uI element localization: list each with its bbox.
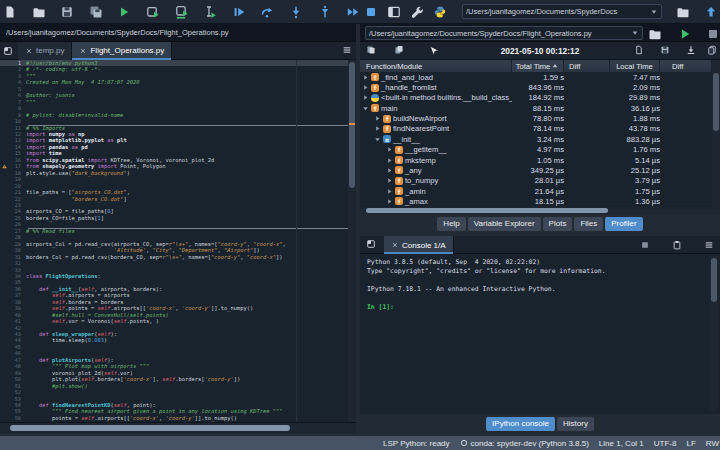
profiler-horizontal-scrollbar[interactable] — [360, 207, 712, 214]
step-over-button[interactable] — [260, 5, 274, 19]
run-selection-button[interactable] — [203, 5, 217, 19]
save-profile-button[interactable] — [660, 45, 670, 55]
expander-closed-icon[interactable] — [374, 125, 381, 132]
column-diff[interactable]: Diff — [564, 60, 610, 72]
console-tab-console-1-a[interactable]: Console 1/A — [384, 236, 454, 254]
step-out-button[interactable] — [318, 5, 332, 19]
console-vertical-scrollbar-thumb[interactable] — [711, 258, 717, 302]
save-all-button[interactable] — [89, 5, 103, 19]
expander-closed-icon[interactable] — [386, 167, 393, 174]
show-output-button[interactable] — [634, 45, 644, 55]
editor-horizontal-scrollbar[interactable] — [0, 422, 356, 433]
preferences-button[interactable] — [410, 5, 424, 19]
run-profiler-button[interactable] — [678, 27, 692, 41]
load-profile-button[interactable] — [686, 45, 696, 55]
expander-closed-icon[interactable] — [386, 177, 393, 184]
open-file-button[interactable] — [32, 5, 46, 19]
expander-closed-icon[interactable] — [362, 74, 369, 81]
editor-vertical-scrollbar-thumb[interactable] — [349, 62, 355, 188]
expand-all-button[interactable] — [394, 45, 404, 55]
close-icon[interactable] — [25, 47, 33, 55]
console-options-icon[interactable] — [704, 240, 714, 250]
expander-closed-icon[interactable] — [386, 198, 393, 205]
expander-closed-icon[interactable] — [362, 84, 369, 91]
close-icon[interactable] — [391, 241, 399, 249]
profiler-vertical-scrollbar-thumb[interactable] — [713, 73, 719, 131]
profiler-row[interactable]: fmain88.15 ms36.16 µs — [360, 103, 712, 113]
stop-profiler-button[interactable] — [706, 27, 720, 41]
run-cell-advance-button[interactable] — [175, 5, 189, 19]
expander-open-icon[interactable] — [374, 136, 381, 143]
save-button[interactable] — [60, 5, 74, 19]
parent-directory-button[interactable] — [704, 5, 718, 19]
profiler-vertical-scrollbar[interactable] — [712, 60, 720, 214]
profiler-table-header[interactable]: Function/Module Total Time Diff Local Ti… — [360, 60, 712, 72]
editor-vertical-scrollbar[interactable] — [348, 60, 356, 422]
maximize-pane-button[interactable] — [387, 5, 401, 19]
profiler-row[interactable]: f_handle_fromlist843.96 ms2.09 ms — [360, 82, 712, 92]
console-output[interactable]: Python 3.8.5 (default, Sep 4 2020, 02:22… — [367, 258, 697, 312]
tab-variable-explorer[interactable]: Variable Explorer — [468, 217, 541, 231]
editor-tab-flight_operations-py[interactable]: Flight_Operations.py — [72, 42, 172, 60]
browse-tabs-icon[interactable] — [3, 46, 13, 56]
editor-horizontal-scrollbar-thumb[interactable] — [10, 425, 290, 431]
column-function-module[interactable]: Function/Module — [360, 60, 512, 72]
profiler-row[interactable]: f__getitem__4.97 ms1.76 ms — [360, 145, 712, 155]
stop-debug-button[interactable] — [364, 5, 378, 19]
expander-open-icon[interactable] — [362, 105, 369, 112]
console-vertical-scrollbar[interactable] — [710, 256, 718, 410]
column-local-time[interactable]: Local Time — [610, 60, 660, 72]
editor-options-icon[interactable] — [342, 45, 352, 55]
interrupt-kernel-icon[interactable] — [640, 240, 650, 250]
profiler-row[interactable]: f_amin21.64 µs1.75 µs — [360, 186, 712, 196]
profiler-script-combo[interactable]: /Users/juanitagomez/Documents/SpyderDocs… — [365, 26, 643, 40]
profiler-row[interactable]: f_any349.25 µs25.12 µs — [360, 165, 712, 175]
expander-closed-icon[interactable] — [386, 146, 393, 153]
tab-files[interactable]: Files — [574, 217, 603, 231]
profile-timestamp: 2021-05-10 00:12:12 — [455, 42, 625, 60]
step-into-button[interactable] — [289, 5, 303, 19]
debug-file-button[interactable] — [232, 5, 246, 19]
column-diff-2[interactable]: Diff — [660, 60, 712, 72]
editor-tab-temp-py[interactable]: temp.py — [18, 42, 72, 60]
python-env-button[interactable] — [433, 5, 447, 19]
browse-tabs-icon[interactable] — [366, 239, 376, 249]
expander-closed-icon[interactable] — [386, 157, 393, 164]
chevron-down-icon[interactable] — [650, 8, 658, 16]
clear-comparison-button[interactable] — [707, 45, 717, 55]
new-file-button[interactable] — [3, 5, 17, 19]
run-cell-button[interactable] — [146, 5, 160, 19]
local-time-value: 883.28 µs — [610, 135, 660, 144]
expander-closed-icon[interactable] — [374, 115, 381, 122]
expander-closed-icon[interactable] — [386, 188, 393, 195]
expander-closed-icon[interactable] — [362, 94, 369, 101]
close-icon[interactable] — [79, 47, 87, 55]
profiler-row[interactable]: f_find_and_load1.59 s7.47 ms — [360, 72, 712, 82]
profiler-browse-button[interactable] — [648, 27, 662, 41]
working-directory-combo[interactable]: /Users/juanitagomez/Documents/SpyderDocs — [462, 4, 662, 19]
profiler-horizontal-scrollbar-thumb[interactable] — [366, 208, 608, 213]
profiler-row[interactable]: m__init__3.24 ms883.28 µs — [360, 134, 712, 144]
collapse-all-button[interactable] — [366, 45, 376, 55]
continue-button[interactable] — [346, 5, 360, 19]
inspect-object-icon[interactable] — [672, 240, 682, 250]
run-file-button[interactable] — [117, 5, 131, 19]
line-number[interactable]: 56 — [0, 415, 26, 421]
chevron-down-icon[interactable] — [631, 29, 639, 37]
profiler-row[interactable]: fmkstemp1.05 ms5.14 µs — [360, 155, 712, 165]
profiler-row[interactable]: fto_numpy28.01 µs3.79 µs — [360, 176, 712, 186]
function-name: _any — [405, 166, 421, 175]
tab-plots[interactable]: Plots — [543, 217, 573, 231]
conda-env-status[interactable]: conda: spyder-dev (Python 3.8.5) — [460, 439, 589, 448]
column-total-time[interactable]: Total Time — [512, 60, 564, 72]
profiler-row[interactable]: ffindNearestPoint78.14 ms43.78 ms — [360, 124, 712, 134]
profiler-row[interactable]: fbuildNewAirport78.80 ms1.88 ms — [360, 113, 712, 123]
profiler-row[interactable]: f_amax18.15 µs1.36 µs — [360, 196, 712, 206]
tab-history[interactable]: History — [557, 417, 594, 431]
profiler-row-name: ffindNearestPoint — [360, 124, 512, 133]
tab-ipython-console[interactable]: IPython console — [486, 417, 555, 431]
tab-profiler[interactable]: Profiler — [605, 217, 642, 231]
browse-working-directory-button[interactable] — [676, 5, 690, 19]
profiler-row[interactable]: <built-in method builtins.__build_class_… — [360, 93, 712, 103]
tab-help[interactable]: Help — [437, 217, 465, 231]
